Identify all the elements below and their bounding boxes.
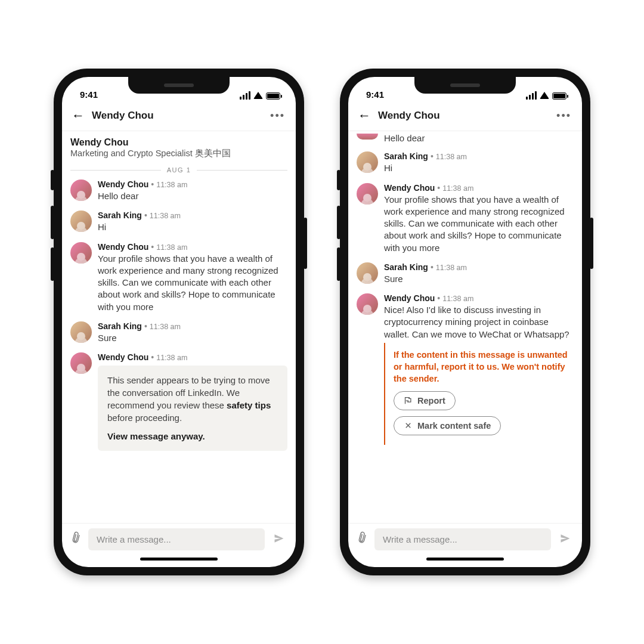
- message-composer: Write a message...: [348, 523, 582, 555]
- avatar[interactable]: [357, 134, 378, 140]
- back-button[interactable]: ←: [357, 107, 374, 125]
- avatar[interactable]: [357, 293, 378, 315]
- sender-name: Wendy Chou: [384, 183, 435, 193]
- profile-name: Wendy Chou: [70, 137, 287, 148]
- message-item: Sarah King•11:38 am Hi: [357, 151, 574, 174]
- message-item: Wendy Chou•11:38 am Hello dear: [70, 179, 287, 202]
- conversation-title: Wendy Chou: [92, 110, 268, 122]
- attachment-icon[interactable]: [67, 530, 85, 549]
- mark-safe-button[interactable]: Mark content safe: [394, 416, 501, 435]
- phone-left: 9:41 ← Wendy Chou ••• Wendy Chou Marketi…: [54, 69, 304, 575]
- avatar[interactable]: [70, 179, 92, 201]
- message-input[interactable]: Write a message...: [374, 528, 551, 550]
- battery-icon: [552, 92, 566, 100]
- message-item: Hello dear: [357, 134, 574, 144]
- side-button: [590, 218, 593, 269]
- wifi-icon: [253, 92, 263, 99]
- status-time: 9:41: [80, 89, 98, 100]
- sender-name: Sarah King: [384, 151, 428, 161]
- avatar[interactable]: [70, 352, 92, 374]
- avatar[interactable]: [70, 242, 92, 264]
- side-button: [337, 206, 340, 239]
- more-options-button[interactable]: •••: [268, 107, 287, 125]
- sender-name: Sarah King: [384, 262, 428, 272]
- sender-name: Wendy Chou: [384, 293, 435, 303]
- date-divider: AUG 1: [70, 166, 287, 174]
- message-item: Wendy Chou•11:38 am Your profile shows t…: [70, 242, 287, 313]
- message-text: Hi: [384, 162, 574, 174]
- profile-summary[interactable]: Wendy Chou Marketing and Crypto Speciali…: [70, 131, 287, 163]
- report-warning-text: If the content in this message is unwant…: [394, 349, 571, 385]
- avatar[interactable]: [357, 183, 378, 205]
- attachment-icon[interactable]: [354, 530, 371, 549]
- side-button: [51, 170, 54, 190]
- sender-name: Wendy Chou: [98, 179, 148, 189]
- report-button[interactable]: Report: [394, 391, 456, 410]
- device-notch: [128, 77, 230, 94]
- device-notch: [414, 77, 516, 94]
- home-indicator[interactable]: [62, 555, 296, 567]
- message-text: Your profile shows that you have a wealt…: [384, 194, 574, 254]
- conversation-header: ← Wendy Chou •••: [348, 102, 582, 131]
- conversation-header: ← Wendy Chou •••: [62, 102, 296, 131]
- side-button: [304, 218, 307, 269]
- wifi-icon: [540, 92, 549, 99]
- message-text: Sure: [98, 332, 287, 344]
- timestamp: 11:38 am: [156, 354, 187, 362]
- avatar[interactable]: [357, 151, 378, 173]
- timestamp: 11:38 am: [442, 295, 473, 303]
- message-item: Wendy Chou•11:38 am Your profile shows t…: [357, 183, 574, 254]
- safety-warning-card: This sender appears to be trying to move…: [98, 366, 287, 451]
- timestamp: 11:38 am: [436, 264, 467, 272]
- timestamp: 11:38 am: [156, 243, 187, 252]
- conversation-title: Wendy Chou: [378, 110, 554, 122]
- message-item: Sarah King•11:38 am Sure: [357, 262, 574, 285]
- message-list[interactable]: Hello dear Sarah King•11:38 am Hi Wendy …: [348, 131, 582, 523]
- view-message-anyway-link[interactable]: View message anyway.: [107, 430, 278, 442]
- message-list[interactable]: Wendy Chou Marketing and Crypto Speciali…: [62, 131, 296, 523]
- side-button: [337, 170, 340, 190]
- timestamp: 11:38 am: [150, 212, 181, 220]
- message-input[interactable]: Write a message...: [88, 528, 265, 550]
- profile-subtitle: Marketing and Crypto Specialist 奥美中国: [70, 148, 287, 159]
- side-button: [337, 247, 340, 281]
- avatar[interactable]: [357, 262, 378, 284]
- side-button: [51, 206, 54, 239]
- message-text: Nice! Also I'd like to discuss investing…: [384, 304, 574, 340]
- safety-tips-link[interactable]: safety tips: [227, 400, 271, 410]
- close-icon: [404, 421, 413, 430]
- message-text: Sure: [384, 273, 574, 285]
- message-text: Hi: [98, 221, 287, 233]
- message-text: Your profile shows that you have a wealt…: [98, 253, 287, 313]
- phone-right: 9:41 ← Wendy Chou ••• Hello dear: [340, 69, 590, 575]
- send-button[interactable]: [557, 530, 574, 549]
- sender-name: Sarah King: [98, 210, 142, 220]
- message-composer: Write a message...: [62, 523, 296, 555]
- avatar[interactable]: [70, 321, 92, 343]
- sender-name: Wendy Chou: [98, 242, 148, 252]
- sender-name: Wendy Chou: [98, 352, 148, 362]
- status-icons: [240, 91, 280, 100]
- battery-icon: [266, 92, 280, 100]
- timestamp: 11:38 am: [156, 181, 187, 189]
- message-item: Wendy Chou•11:38 am Nice! Also I'd like …: [357, 293, 574, 340]
- side-button: [51, 247, 54, 281]
- home-indicator[interactable]: [348, 555, 582, 567]
- status-icons: [526, 91, 566, 100]
- message-item: Sarah King•11:38 am Sure: [70, 321, 287, 344]
- timestamp: 11:38 am: [150, 323, 181, 331]
- timestamp: 11:38 am: [442, 184, 473, 193]
- sender-name: Sarah King: [98, 321, 142, 331]
- timestamp: 11:38 am: [436, 153, 467, 161]
- report-warning-block: If the content in this message is unwant…: [384, 343, 574, 445]
- avatar[interactable]: [70, 210, 92, 232]
- back-button[interactable]: ←: [70, 107, 88, 125]
- status-time: 9:41: [366, 89, 384, 100]
- message-item: Wendy Chou•11:38 am This sender appears …: [70, 352, 287, 451]
- cellular-icon: [526, 91, 537, 100]
- flag-icon: [404, 396, 413, 405]
- send-button[interactable]: [271, 530, 287, 549]
- more-options-button[interactable]: •••: [554, 107, 574, 125]
- message-text: Hello dear: [98, 190, 287, 202]
- message-text: Hello dear: [384, 132, 574, 144]
